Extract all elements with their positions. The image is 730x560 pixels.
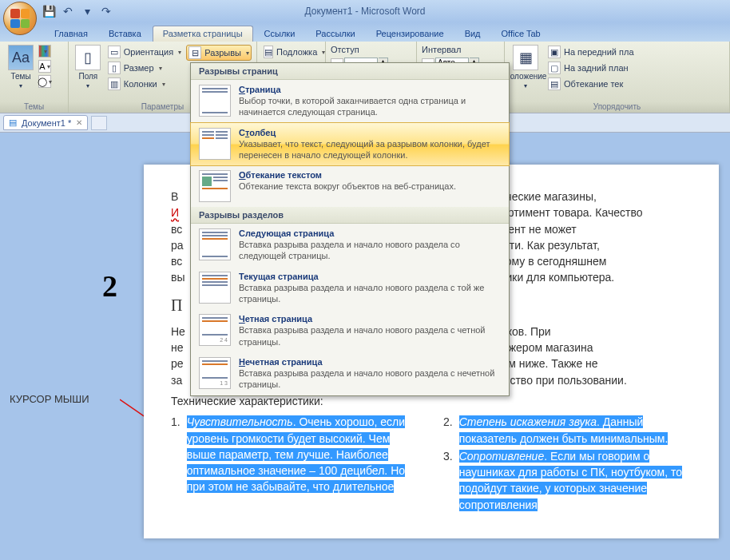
evenpage-break-icon: 2 4 — [199, 314, 231, 346]
margins-icon: ▯ — [75, 45, 101, 70]
handwritten-annotation-2: 2 — [102, 268, 117, 304]
theme-colors-icon[interactable] — [38, 45, 51, 58]
list-item: 2. Степень искажения звука. Данный показ… — [443, 414, 692, 447]
break-textwrap-item[interactable]: Обтекание текстомОбтекание текста вокруг… — [191, 165, 509, 207]
tab-officetab[interactable]: Office Tab — [492, 26, 550, 42]
page-break-icon — [199, 85, 231, 117]
close-tab-icon[interactable]: ✕ — [76, 118, 82, 127]
breaks-button[interactable]: ⊟Разрывы — [186, 45, 252, 61]
tab-pagelayout[interactable]: Разметка страницы — [153, 26, 253, 42]
office-button[interactable] — [3, 2, 37, 35]
send-back-icon: ▢ — [548, 62, 561, 74]
spacing-label: Интервал — [422, 43, 499, 56]
qat-redo[interactable]: ↷ — [99, 4, 113, 18]
tab-insert[interactable]: Вставка — [99, 26, 151, 42]
break-continuous-item[interactable]: Текущая страницаВставка разрыва раздела … — [191, 267, 509, 310]
theme-effects-icon[interactable]: ◯ — [38, 75, 51, 88]
continuous-break-icon — [199, 272, 231, 304]
section-breaks-header: Разрывы разделов — [191, 207, 509, 224]
group-label-arrange: Упорядочить — [505, 102, 729, 111]
bring-front-button[interactable]: ▣На передний пла — [546, 45, 636, 59]
textwrap-break-icon — [199, 170, 231, 202]
position-icon: ▦ — [513, 45, 538, 70]
qat-undo[interactable]: ↶ — [61, 4, 75, 18]
text-wrap-icon: ▤ — [548, 77, 561, 90]
list-item: 1. Чувствительность. Очень хорошо, если … — [171, 414, 419, 494]
break-column-item[interactable]: СтолбецУказывает, что текст, следующий з… — [190, 122, 510, 167]
breaks-icon: ⊟ — [188, 46, 201, 59]
break-page-item[interactable]: ССтраницатраницаВыбор точки, в которой з… — [191, 80, 509, 123]
break-oddpage-item[interactable]: 1 3 Нечетная страницаВставка разрыва раз… — [191, 352, 509, 395]
position-button[interactable]: ▦ Положение▾ — [510, 43, 542, 91]
orientation-button[interactable]: ▭Ориентация — [106, 45, 183, 59]
tab-home[interactable]: Главная — [45, 26, 97, 42]
columns-icon: ▥ — [108, 77, 121, 90]
breaks-dropdown-panel: Разрывы страниц ССтраницатраницаВыбор то… — [190, 62, 510, 396]
bring-front-icon: ▣ — [548, 46, 561, 58]
break-evenpage-item[interactable]: 2 4 Четная страницаВставка разрыва разде… — [191, 309, 509, 352]
chevron-down-icon[interactable]: ▾ — [80, 4, 94, 18]
orientation-icon: ▭ — [108, 46, 121, 58]
list-item: 3. Сопротивление. Если мы говорим о науш… — [443, 448, 692, 513]
document-tab[interactable]: ▤ Документ1 * ✕ — [3, 115, 88, 130]
group-label-themes: Темы — [0, 102, 68, 111]
tab-references[interactable]: Ссылки — [255, 26, 305, 42]
themes-icon: Aa — [8, 45, 34, 70]
column-break-icon — [199, 128, 231, 160]
doc-icon: ▤ — [9, 117, 17, 128]
oddpage-break-icon: 1 3 — [199, 357, 231, 389]
size-icon: ▯ — [108, 62, 121, 74]
ribbon-tabs: Главная Вставка Разметка страницы Ссылки… — [0, 22, 730, 42]
watermark-icon: ▤ — [264, 46, 273, 58]
break-nextpage-item[interactable]: Следующая страницаВставка разрыва раздел… — [191, 224, 509, 267]
watermark-button[interactable]: ▤Подложка — [262, 45, 320, 59]
tab-view[interactable]: Вид — [455, 26, 490, 42]
qat-save[interactable]: 💾 — [42, 4, 56, 18]
send-back-button[interactable]: ▢На задний план — [546, 61, 636, 75]
document-tab-label: Документ1 * — [22, 118, 71, 128]
indent-label: Отступ — [331, 43, 411, 56]
tab-review[interactable]: Рецензирование — [367, 26, 454, 42]
size-button[interactable]: ▯Размер — [106, 61, 183, 75]
text-wrap-button[interactable]: ▤Обтекание тек — [546, 77, 636, 91]
themes-button[interactable]: Aa Темы ▾ — [5, 43, 37, 91]
columns-button[interactable]: ▥Колонки — [106, 77, 183, 91]
theme-fonts-icon[interactable]: A — [38, 60, 51, 73]
tab-mailings[interactable]: Рассылки — [306, 26, 364, 42]
margins-button[interactable]: ▯ Поля▾ — [73, 43, 103, 91]
page-breaks-header: Разрывы страниц — [191, 63, 509, 80]
add-tab-button[interactable] — [91, 116, 107, 130]
window-title: Документ1 - Microsoft Word — [304, 6, 425, 17]
cursor-label-annotation: КУРСОР МЫШИ — [10, 393, 89, 405]
nextpage-break-icon — [199, 228, 231, 260]
